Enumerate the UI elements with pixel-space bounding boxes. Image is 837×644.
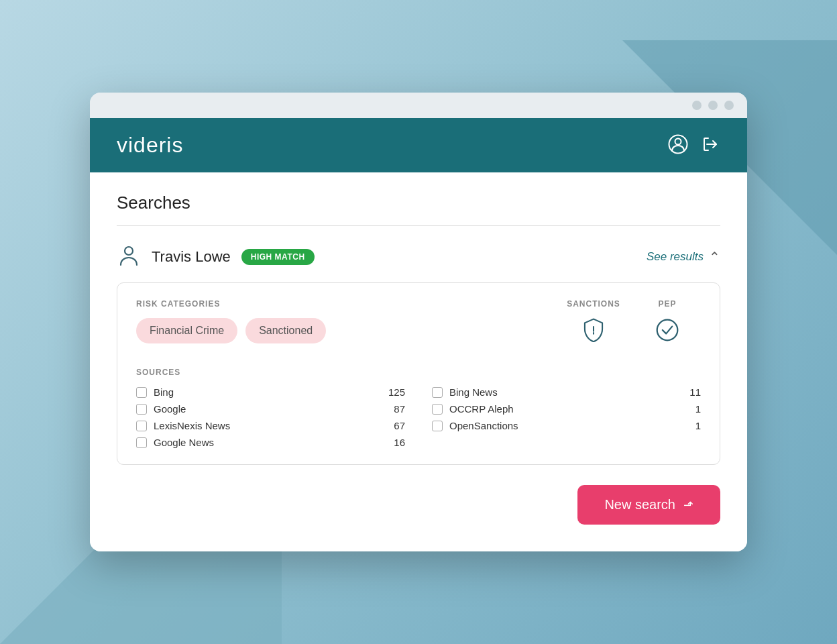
main-content: Searches Travis Lowe HIGH MATCH See resu…: [90, 172, 747, 551]
pep-section: PEP: [634, 299, 701, 342]
svg-point-1: [675, 138, 681, 144]
see-results-button[interactable]: See results ⌃: [647, 249, 720, 265]
sources-section: SOURCES Bing 125 Bing News 11: [136, 368, 701, 448]
source-name-lexisnexis: LexisNexis News: [154, 420, 378, 431]
app-header: videris: [90, 118, 747, 172]
source-row-google: Google 87: [136, 403, 405, 415]
new-search-button[interactable]: New search ⬏: [577, 485, 720, 525]
risk-tag-financial-crime: Financial Crime: [136, 318, 237, 343]
source-row-bing: Bing 125: [136, 386, 405, 398]
chrome-dot-2: [708, 101, 718, 110]
source-checkbox-bing[interactable]: [136, 387, 147, 398]
source-checkbox-lexisnexis[interactable]: [136, 421, 147, 431]
window-chrome: [90, 93, 747, 118]
source-checkbox-google-news[interactable]: [136, 437, 147, 448]
source-checkbox-opensanctions[interactable]: [432, 421, 443, 431]
source-count-lexisnexis: 67: [385, 420, 405, 431]
chrome-dot-3: [724, 101, 734, 110]
sources-label: SOURCES: [136, 368, 701, 377]
source-name-google: Google: [154, 403, 378, 415]
chevron-up-icon: ⌃: [709, 249, 720, 265]
svg-point-3: [125, 247, 133, 255]
source-name-opensanctions: OpenSanctions: [449, 420, 674, 431]
search-result-row: Travis Lowe HIGH MATCH See results ⌃: [117, 242, 720, 272]
source-checkbox-google[interactable]: [136, 404, 147, 415]
source-count-occrp: 1: [681, 403, 701, 415]
app-logo: videris: [117, 133, 183, 158]
source-row-bing-news: Bing News 11: [432, 386, 701, 398]
sources-grid: Bing 125 Bing News 11 Google 87: [136, 386, 701, 448]
header-icons: [668, 134, 720, 157]
sanctions-shield-icon: [553, 318, 634, 342]
risk-tags-row: Financial Crime Sanctioned: [136, 318, 553, 343]
pep-check-icon: [634, 318, 701, 342]
person-name: Travis Lowe: [152, 248, 231, 266]
source-count-google-news: 16: [385, 437, 405, 448]
user-icon[interactable]: [668, 134, 688, 157]
risk-section: RISK CATEGORIES Financial Crime Sanction…: [136, 299, 553, 362]
source-row-google-news: Google News 16: [136, 437, 405, 448]
title-divider: [117, 225, 720, 226]
source-count-bing: 125: [385, 386, 405, 398]
match-badge: HIGH MATCH: [241, 249, 315, 265]
chrome-dot-1: [692, 101, 702, 110]
source-count-google: 87: [385, 403, 405, 415]
sanctions-label: SANCTIONS: [553, 299, 634, 309]
source-checkbox-bing-news[interactable]: [432, 387, 443, 398]
cursor-icon: ⬏: [683, 498, 693, 513]
top-info-row: RISK CATEGORIES Financial Crime Sanction…: [136, 299, 701, 362]
risk-tag-sanctioned: Sanctioned: [245, 318, 326, 343]
pep-label: PEP: [634, 299, 701, 309]
source-name-bing: Bing: [154, 386, 378, 398]
source-row-lexisnexis: LexisNexis News 67: [136, 420, 405, 431]
source-count-bing-news: 11: [681, 386, 701, 398]
source-checkbox-occrp[interactable]: [432, 404, 443, 415]
source-name-occrp: OCCRP Aleph: [449, 403, 674, 415]
person-avatar-icon: [117, 242, 141, 272]
button-row: New search ⬏: [117, 485, 720, 525]
sanctions-section: SANCTIONS: [553, 299, 634, 342]
logout-icon[interactable]: [700, 134, 720, 157]
source-count-opensanctions: 1: [681, 420, 701, 431]
svg-point-4: [657, 320, 678, 341]
app-window: videris Searches: [90, 93, 747, 551]
page-title: Searches: [117, 193, 720, 213]
source-row-occrp: OCCRP Aleph 1: [432, 403, 701, 415]
results-card: RISK CATEGORIES Financial Crime Sanction…: [117, 282, 720, 465]
source-name-bing-news: Bing News: [449, 386, 674, 398]
risk-categories-label: RISK CATEGORIES: [136, 299, 553, 309]
source-row-opensanctions: OpenSanctions 1: [432, 420, 701, 431]
source-name-google-news: Google News: [154, 437, 378, 448]
